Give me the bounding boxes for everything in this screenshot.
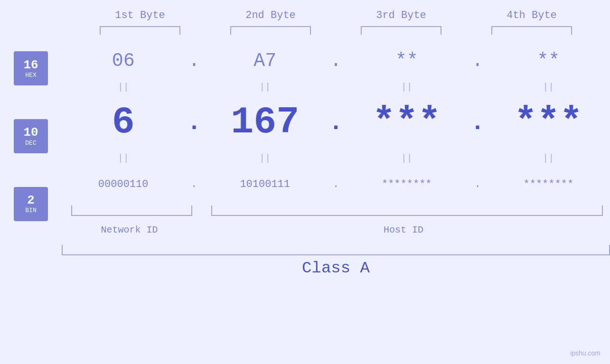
bin-dot-value-1: . [191, 178, 197, 190]
hex-dot-3: . [468, 50, 487, 72]
equals-cell-4: || [496, 82, 601, 93]
byte-label-3: 3rd Byte [349, 9, 453, 21]
dec-value-4: *** [514, 101, 582, 144]
host-id-bracket [211, 205, 603, 216]
bin-value-2: 10100111 [240, 178, 290, 190]
bracket-cell-1 [88, 26, 192, 35]
equals-cell-2-1: || [71, 153, 176, 164]
byte-label-2: 2nd Byte [218, 9, 323, 21]
bin-badge-label: BIN [25, 207, 36, 214]
byte-label-4: 4th Byte [479, 9, 584, 21]
dec-dot-value-3: . [470, 109, 485, 136]
hex-value-3: ** [395, 50, 418, 72]
dec-dot-2: . [326, 109, 345, 136]
id-labels-row: Network ID Host ID [62, 224, 610, 235]
bin-cell-4: ******** [496, 178, 601, 190]
rows-container: 06 . A7 . ** . ** [62, 37, 610, 235]
equals-row-2: || || || || [62, 151, 610, 165]
dec-row: 6 . 167 . *** . *** [62, 94, 610, 151]
network-id-label: Network ID [62, 224, 197, 235]
host-id-label: Host ID [197, 224, 610, 235]
hex-dot-value-3: . [472, 50, 483, 72]
equals-cell-2-4: || [496, 153, 601, 164]
top-bracket-2 [230, 26, 311, 35]
bin-value-4: ******** [524, 178, 574, 190]
top-bracket-row [75, 26, 597, 35]
top-bracket-3 [361, 26, 441, 35]
dec-cell-3: *** [355, 103, 459, 141]
watermark: ipshu.com [570, 349, 601, 357]
hex-cell-2: A7 [213, 50, 317, 72]
bracket-cell-3 [349, 26, 453, 35]
hex-dot-value-2: . [330, 50, 341, 72]
hex-badge-label: HEX [25, 72, 36, 79]
hex-value-4: ** [537, 50, 560, 72]
equals-cell-2: || [213, 82, 317, 93]
hex-cell-4: ** [496, 50, 601, 72]
hex-value-2: A7 [253, 50, 276, 72]
dec-cell-4: *** [496, 103, 601, 141]
hex-value-1: 06 [112, 50, 135, 72]
bin-dot-value-3: . [474, 178, 480, 190]
bin-dot-2: . [326, 178, 345, 190]
content-area: 16 HEX 10 DEC 2 BIN 06 . [0, 37, 610, 235]
dec-badge-label: DEC [25, 140, 36, 147]
equals-cell-1: || [71, 82, 176, 93]
equals-cell-2-2: || [213, 153, 317, 164]
network-id-bracket [71, 205, 192, 216]
bin-cell-3: ******** [355, 178, 459, 190]
bin-value-1: 00000110 [98, 178, 149, 190]
bin-row: 00000110 . 10100111 . ******** . [62, 165, 610, 203]
dec-badge-number: 10 [23, 126, 38, 140]
equals-cell-2-3: || [355, 153, 459, 164]
dec-dot-value-2: . [328, 109, 343, 136]
dec-value-3: *** [373, 101, 441, 144]
badges-column: 16 HEX 10 DEC 2 BIN [0, 37, 62, 235]
bin-cell-1: 00000110 [71, 178, 176, 190]
class-label: Class A [62, 259, 610, 277]
dec-dot-3: . [468, 109, 487, 136]
bracket-cell-2 [218, 26, 323, 35]
dec-value-2: 167 [231, 101, 299, 144]
bin-badge: 2 BIN [14, 187, 48, 221]
top-bracket-1 [100, 26, 180, 35]
hex-badge: 16 HEX [14, 51, 48, 85]
bottom-bracket-container [62, 205, 610, 222]
bracket-cell-4 [479, 26, 584, 35]
hex-row: 06 . A7 . ** . ** [62, 42, 610, 80]
bin-dot-3: . [468, 178, 487, 190]
main-container: 1st Byte 2nd Byte 3rd Byte 4th Byte 16 H… [0, 0, 610, 364]
dec-value-1: 6 [112, 101, 135, 144]
hex-dot-1: . [185, 50, 204, 72]
dec-dot-1: . [185, 109, 204, 136]
bin-badge-number: 2 [27, 194, 35, 207]
dec-cell-2: 167 [213, 103, 317, 141]
byte-label-1: 1st Byte [88, 9, 192, 21]
hex-badge-number: 16 [23, 58, 38, 72]
hex-dot-value-1: . [188, 50, 200, 72]
bin-dot-value-2: . [333, 178, 339, 190]
hex-cell-1: 06 [71, 50, 176, 72]
dec-cell-1: 6 [71, 103, 176, 141]
bin-dot-1: . [185, 178, 204, 190]
hex-cell-3: ** [355, 50, 459, 72]
dec-dot-value-1: . [187, 109, 201, 136]
dec-badge: 10 DEC [14, 119, 48, 153]
bin-value-3: ******** [382, 178, 432, 190]
hex-dot-2: . [326, 50, 345, 72]
bin-cell-2: 10100111 [213, 178, 317, 190]
class-bracket [62, 245, 610, 255]
equals-row-1: || || || || [62, 80, 610, 94]
header-row: 1st Byte 2nd Byte 3rd Byte 4th Byte [75, 9, 597, 21]
top-bracket-4 [491, 26, 572, 35]
equals-cell-3: || [355, 82, 459, 93]
